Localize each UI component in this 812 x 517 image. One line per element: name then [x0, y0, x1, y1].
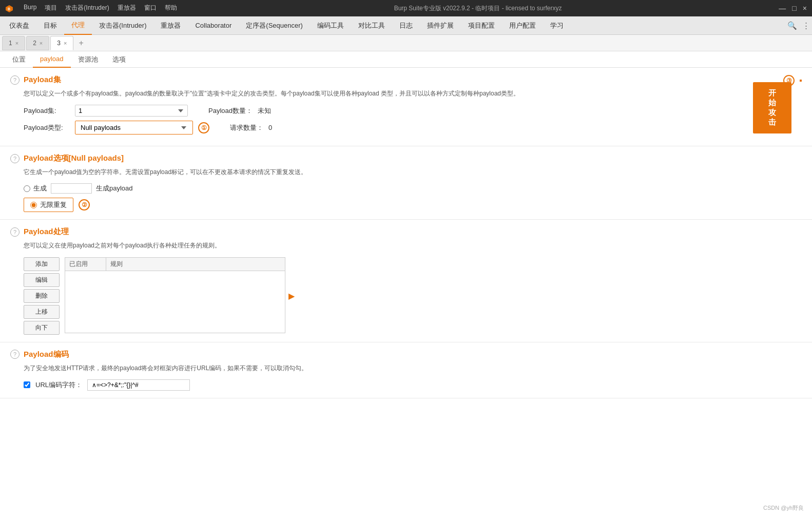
tab-3[interactable]: 3 × — [50, 36, 73, 50]
url-encode-chars-input[interactable] — [87, 379, 190, 391]
play-icon: ▶ — [288, 291, 295, 301]
menu-intruder[interactable]: 攻击器(Intruder) — [65, 4, 109, 12]
nav-sequencer[interactable]: 定序器(Sequencer) — [239, 16, 310, 35]
nav-collaborator[interactable]: Collaborator — [188, 16, 239, 35]
payload-set-desc: 您可以定义一个或多个有payload集。payload集的数量取决于"位置"选项… — [24, 89, 802, 99]
processing-table-wrapper: 已启用 规则 ▶ — [65, 257, 285, 335]
processing-table: 已启用 规则 — [65, 257, 285, 333]
payload-encoding-header: ? Payload编码 — [10, 350, 802, 359]
tab-3-label: 3 — [57, 40, 61, 47]
window-controls: — □ × — [779, 4, 807, 12]
infinite-repeat-row: 无限重复 ② — [24, 198, 802, 212]
watermark: CSDN @yh野良 — [763, 504, 804, 512]
nav-decoder[interactable]: 编码工具 — [310, 16, 351, 35]
annotation-1: ① — [198, 122, 209, 133]
nav-target[interactable]: 目标 — [36, 16, 64, 35]
generate-suffix: 生成payload — [96, 184, 133, 193]
subnav-payload[interactable]: payload — [33, 51, 71, 68]
generate-radio[interactable] — [24, 185, 30, 192]
nav-user-config[interactable]: 用户配置 — [502, 16, 543, 35]
menu-repeater[interactable]: 重放器 — [118, 4, 136, 12]
menu-help[interactable]: 帮助 — [165, 4, 177, 12]
more-options-icon[interactable]: ⋮ — [802, 21, 810, 30]
payload-processing-section: ? Payload处理 您可以定义在使用payload之前对每个payload执… — [0, 220, 812, 342]
payload-set-help-icon[interactable]: ? — [10, 75, 20, 85]
close-button[interactable]: × — [803, 4, 807, 12]
tab-bar: 1 × 2 × 3 × + — [0, 35, 812, 51]
tab-add-button[interactable]: + — [74, 39, 87, 48]
payload-encoding-title: Payload编码 — [24, 350, 69, 359]
url-encode-row: URL编码字符： — [24, 379, 802, 391]
subnav-resource-pool[interactable]: 资源池 — [71, 51, 105, 68]
title-bar-left: B Burp 项目 攻击器(Intruder) 重放器 窗口 帮助 — [5, 4, 177, 12]
generate-count-input[interactable] — [51, 183, 92, 194]
tab-2[interactable]: 2 × — [26, 36, 49, 50]
nav-project-config[interactable]: 项目配置 — [461, 16, 502, 35]
payload-encoding-help-icon[interactable]: ? — [10, 350, 20, 359]
payload-processing-desc: 您可以定义在使用payload之前对每个payload执行各种处理任务的规则。 — [24, 241, 802, 251]
processing-table-body — [65, 271, 285, 333]
payload-options-help-icon[interactable]: ? — [10, 154, 20, 163]
content-area: ③ 开始攻击 ? Payload集 您可以定义一个或多个有payload集。pa… — [0, 68, 812, 517]
nav-intruder[interactable]: 攻击器(Intruder) — [92, 16, 153, 35]
processing-buttons: 添加 编辑 删除 上移 向下 — [24, 257, 60, 335]
search-icon[interactable]: 🔍 — [787, 21, 797, 30]
payload-options-desc: 它生成一个payload值为空的字符串。无需设置payload标记，可以在不更改… — [24, 167, 802, 177]
minimize-button[interactable]: — — [779, 4, 786, 12]
nav-extensions[interactable]: 插件扩展 — [420, 16, 461, 35]
tab-3-close[interactable]: × — [64, 40, 67, 46]
tab-1-label: 1 — [9, 40, 12, 47]
payload-set-title: Payload集 — [24, 75, 61, 85]
payload-processing-help-icon[interactable]: ? — [10, 227, 20, 237]
move-down-button[interactable]: 向下 — [24, 321, 60, 335]
payload-type-select[interactable]: Simple list Runtime file Custom iterator… — [78, 122, 190, 133]
annotation-2: ② — [79, 199, 90, 210]
payload-options-header: ? Payload选项[Null payloads] — [10, 154, 802, 163]
add-rule-button[interactable]: 添加 — [24, 257, 60, 271]
start-attack-button[interactable]: 开始攻击 — [753, 82, 791, 133]
tab-2-close[interactable]: × — [40, 40, 43, 46]
infinite-repeat-radio[interactable] — [30, 202, 37, 208]
request-count-value: 0 — [268, 124, 272, 131]
tab-2-label: 2 — [33, 40, 36, 47]
move-up-button[interactable]: 上移 — [24, 305, 60, 319]
nav-proxy[interactable]: 代理 — [64, 16, 92, 35]
generate-label: 生成 — [33, 184, 47, 193]
col-rule-header: 规则 — [106, 258, 285, 271]
menu-window[interactable]: 窗口 — [144, 4, 157, 12]
nav-learn[interactable]: 学习 — [543, 16, 571, 35]
svg-text:B: B — [8, 7, 10, 11]
title-bar: B Burp 项目 攻击器(Intruder) 重放器 窗口 帮助 Burp S… — [0, 0, 812, 16]
nav-repeater[interactable]: 重放器 — [153, 16, 188, 35]
start-attack-border: 开始攻击 — [800, 80, 802, 82]
subnav-position[interactable]: 位置 — [5, 51, 33, 68]
subnav-options[interactable]: 选项 — [105, 51, 133, 68]
edit-rule-button[interactable]: 编辑 — [24, 273, 60, 287]
delete-rule-button[interactable]: 删除 — [24, 289, 60, 303]
infinite-repeat-bordered: 无限重复 — [24, 198, 73, 212]
title-bar-menu: Burp 项目 攻击器(Intruder) 重放器 窗口 帮助 — [24, 4, 177, 12]
main-nav: 仪表盘 目标 代理 攻击器(Intruder) 重放器 Collaborator… — [0, 16, 812, 35]
url-encode-label: URL编码字符： — [35, 380, 82, 390]
tab-1-close[interactable]: × — [15, 40, 18, 46]
tab-1[interactable]: 1 × — [2, 36, 25, 50]
payload-encoding-desc: 为了安全地发送HTTP请求，最终的payload将会对框架内容进行URL编码，如… — [24, 363, 802, 373]
payload-count-value: 未知 — [258, 106, 271, 116]
burp-logo: B — [5, 4, 15, 12]
processing-table-header: 已启用 规则 — [65, 258, 285, 271]
request-count-label: 请求数量： — [230, 123, 263, 132]
start-attack-area: ③ 开始攻击 — [778, 75, 802, 86]
payload-type-bordered: Simple list Runtime file Custom iterator… — [75, 121, 193, 135]
nav-logger[interactable]: 日志 — [392, 16, 420, 35]
payload-encoding-section: ? Payload编码 为了安全地发送HTTP请求，最终的payload将会对框… — [0, 342, 812, 398]
maximize-button[interactable]: □ — [792, 4, 796, 12]
menu-project[interactable]: 项目 — [45, 4, 57, 12]
menu-burp[interactable]: Burp — [24, 4, 36, 12]
payload-set-select[interactable]: 1 — [75, 105, 188, 117]
url-encode-checkbox[interactable] — [24, 381, 30, 388]
nav-dashboard[interactable]: 仪表盘 — [2, 16, 36, 35]
payload-processing-header: ? Payload处理 — [10, 227, 802, 237]
payload-set-row: Payload集: 1 Payload数量： 未知 — [24, 105, 802, 117]
nav-comparer[interactable]: 对比工具 — [351, 16, 392, 35]
payload-set-section: ③ 开始攻击 ? Payload集 您可以定义一个或多个有payload集。pa… — [0, 68, 812, 146]
